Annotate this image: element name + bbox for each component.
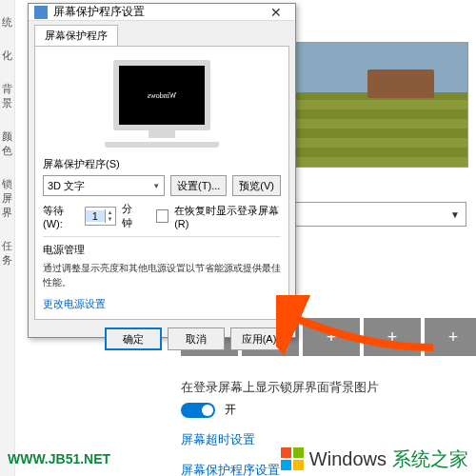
monitor-base [105, 142, 219, 148]
sidebar-item[interactable]: 任务 [0, 229, 14, 277]
power-description: 通过调整显示亮度和其他电源设置以节省能源或提供最佳性能。 [43, 261, 281, 289]
screensaver-select-value: 3D 文字 [48, 179, 85, 193]
dialog-tabs: 屏幕保护程序 [29, 21, 295, 46]
spinner-arrows[interactable]: ▲▼ [105, 209, 115, 223]
dialog-body: Windows 屏幕保护程序(S) 3D 文字 ▼ 设置(T)... 预览(V)… [34, 46, 289, 320]
screensaver-preview-monitor: Windows [105, 60, 219, 148]
sidebar-item[interactable]: 背景 [0, 72, 14, 120]
screensaver-section-label: 屏幕保护程序(S) [43, 157, 281, 171]
chevron-down-icon: ▼ [152, 182, 160, 190]
add-app-slot[interactable]: + [364, 318, 421, 356]
divider [43, 236, 281, 237]
toggle-switch-on[interactable] [181, 403, 215, 418]
watermark: WWW.JB51.NET Windows 系统之家 [0, 442, 476, 476]
dialog-titlebar: 屏幕保护程序设置 ✕ [29, 4, 295, 21]
cancel-button[interactable]: 取消 [168, 327, 225, 350]
lockscreen-bg-toggle[interactable]: 开 [181, 402, 476, 418]
watermark-brand: Windows 系统之家 [281, 446, 468, 472]
on-resume-label: 在恢复时显示登录屏幕(R) [174, 204, 281, 229]
dialog-title: 屏幕保护程序设置 [53, 4, 261, 20]
wait-minutes-spinner[interactable]: 1 ▲▼ [85, 207, 115, 226]
sidebar-item[interactable]: 颜色 [0, 120, 14, 168]
wait-unit-label: 分钟 [122, 202, 141, 230]
windows-logo-icon [281, 447, 304, 470]
tab-screensaver[interactable]: 屏幕保护程序 [34, 25, 118, 46]
dialog-button-row: 确定 取消 应用(A) [29, 320, 295, 358]
toggle-state-label: 开 [225, 402, 236, 418]
close-button[interactable]: ✕ [261, 5, 291, 20]
apps-label: 应用 [276, 293, 476, 310]
sidebar-item[interactable]: 化 [0, 39, 14, 72]
lockscreen-preview [276, 42, 468, 168]
screensaver-select[interactable]: 3D 文字 ▼ [43, 175, 165, 196]
app-icon [34, 6, 48, 19]
add-app-slot[interactable]: + [303, 318, 360, 356]
chevron-down-icon: ▼ [450, 209, 460, 220]
power-section-label: 电源管理 [43, 243, 281, 257]
ok-button[interactable]: 确定 [105, 327, 162, 350]
watermark-url: WWW.JB51.NET [8, 451, 110, 466]
monitor-foot [149, 130, 175, 138]
wait-minutes-value: 1 [86, 210, 104, 222]
on-resume-checkbox[interactable] [156, 209, 169, 223]
background-source-dropdown[interactable]: ▼ [276, 202, 466, 227]
sidebar-item[interactable]: 锁屏界 [0, 168, 14, 229]
add-app-slot[interactable]: + [425, 318, 476, 356]
watermark-brand-1: Windows [309, 448, 387, 470]
change-power-settings-link[interactable]: 更改电源设置 [43, 297, 106, 311]
preview-button[interactable]: 预览(V) [232, 175, 281, 196]
watermark-brand-2: 系统之家 [392, 446, 468, 472]
wait-label: 等待(W): [43, 204, 79, 229]
sidebar: 统 化 背景 颜色 锁屏界 任务 [0, 0, 15, 476]
monitor-screen: Windows [113, 60, 210, 130]
screensaver-dialog: 屏幕保护程序设置 ✕ 屏幕保护程序 Windows 屏幕保护程序(S) 3D 文… [28, 3, 296, 338]
sidebar-item[interactable]: 统 [0, 6, 14, 39]
settings-button[interactable]: 设置(T)... [170, 175, 227, 196]
apply-button[interactable]: 应用(A) [230, 327, 288, 350]
lockscreen-bg-option-label: 在登录屏幕上显示锁屏界面背景图片 [181, 379, 476, 396]
